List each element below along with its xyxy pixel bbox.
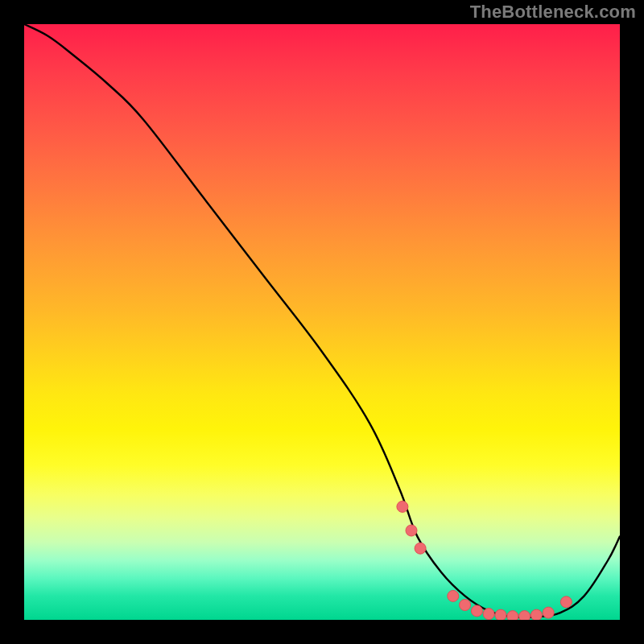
- highlight-dot: [415, 543, 426, 554]
- chart-svg: [24, 24, 620, 620]
- highlight-dot: [448, 590, 459, 601]
- highlight-dot: [543, 607, 554, 618]
- series-curve: [24, 24, 620, 617]
- highlight-dots-group: [397, 501, 572, 620]
- chart-stage: TheBottleneck.com: [0, 0, 644, 644]
- highlight-dot: [530, 609, 542, 620]
- highlight-dot: [397, 501, 408, 512]
- highlight-dot: [483, 609, 494, 620]
- highlight-dot: [471, 605, 482, 617]
- highlight-dot: [495, 609, 506, 620]
- highlight-dot: [519, 611, 530, 620]
- highlight-dot: [406, 525, 417, 536]
- highlight-dot: [507, 611, 518, 620]
- watermark-text: TheBottleneck.com: [470, 2, 636, 23]
- highlight-dot: [560, 597, 572, 608]
- highlight-dot: [460, 600, 471, 611]
- plot-area: [24, 24, 620, 620]
